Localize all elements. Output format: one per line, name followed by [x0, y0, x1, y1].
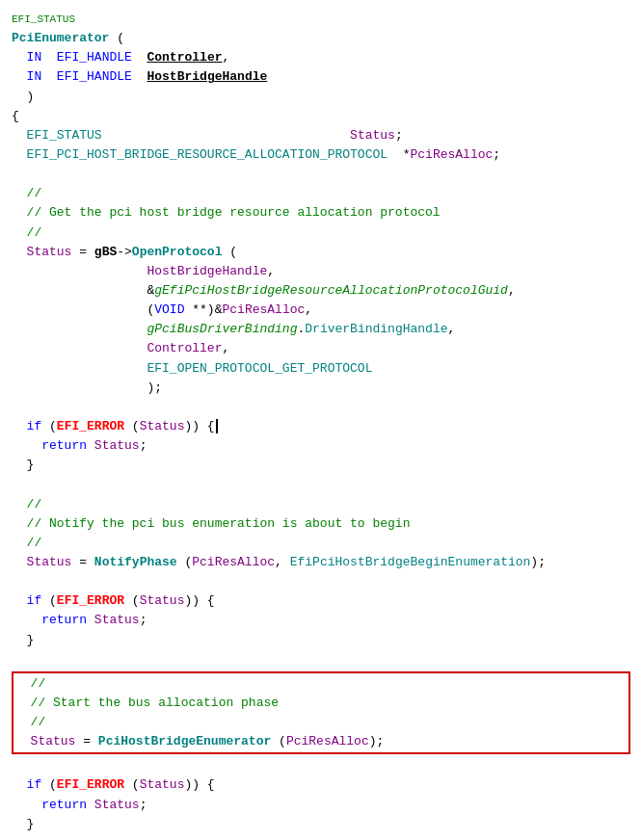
- line-empty-3: [12, 475, 630, 494]
- line-if-error-3: if (EFI_ERROR (Status)) {: [12, 775, 630, 795]
- line-param-controller: IN EFI_HANDLE Controller,: [12, 48, 630, 67]
- highlighted-block-bus-alloc: // // Start the bus allocation phase // …: [12, 671, 630, 755]
- line-comment-1b: // Get the pci host bridge resource allo…: [12, 203, 630, 223]
- line-hostbridgehandle-param: HostBridgeHandle,: [12, 262, 630, 281]
- line-empty-6: [12, 756, 630, 775]
- line-driverhandle-param: gPciBusDriverBinding.DriverBindingHandle…: [12, 320, 630, 339]
- line-h1-comment-b: // Start the bus allocation phase: [15, 694, 627, 713]
- line-empty-4: [12, 572, 630, 591]
- line-close-brace-3: }: [12, 815, 630, 834]
- line-param-hostbridge: IN EFI_HANDLE HostBridgeHandle: [12, 67, 630, 87]
- line-h1-comment-c: //: [15, 713, 627, 732]
- line-return-2: return Status;: [12, 611, 630, 630]
- keyword-efi-status-small: EFI_STATUS: [12, 13, 75, 25]
- line-comment-2a: //: [12, 495, 630, 514]
- line-close-paren: ): [12, 88, 630, 107]
- line-empty-7: [12, 834, 630, 840]
- line-open-protocol-const: EFI_OPEN_PROTOCOL_GET_PROTOCOL: [12, 359, 630, 379]
- code-block: EFI_STATUS PciEnumerator ( IN EFI_HANDLE…: [0, 0, 642, 840]
- line-comment-2c: //: [12, 534, 630, 553]
- line-var-status: EFI_STATUS Status;: [12, 126, 630, 145]
- line-void-param: (VOID **)&PciResAlloc,: [12, 301, 630, 320]
- line-controller-param: Controller,: [12, 339, 630, 358]
- line-h1-status: Status = PciHostBridgeEnumerator (PciRes…: [15, 732, 627, 751]
- line-comment-1c: //: [12, 223, 630, 243]
- line-notify-phase: Status = NotifyPhase (PciResAlloc, EfiPc…: [12, 553, 630, 572]
- line-if-error-2: if (EFI_ERROR (Status)) {: [12, 591, 630, 611]
- line-if-error-1: if (EFI_ERROR (Status)) {: [12, 417, 630, 436]
- line-return-1: return Status;: [12, 436, 630, 456]
- line-empty-5: [12, 650, 630, 669]
- function-name-text: PciEnumerator: [12, 31, 109, 45]
- line-function-name: PciEnumerator (: [12, 29, 630, 48]
- line-close-call: );: [12, 379, 630, 398]
- line-comment-1a: //: [12, 184, 630, 203]
- line-guid-param: &gEfiPciHostBridgeResourceAllocationProt…: [12, 281, 630, 301]
- line-efi-status-header: EFI_STATUS: [12, 10, 630, 29]
- line-comment-2b: // Notify the pci bus enumeration is abo…: [12, 514, 630, 534]
- line-return-3: return Status;: [12, 796, 630, 815]
- line-close-brace-2: }: [12, 631, 630, 650]
- line-empty-2: [12, 398, 630, 417]
- line-close-brace-1: }: [12, 456, 630, 475]
- line-status-gbs: Status = gBS->OpenProtocol (: [12, 243, 630, 262]
- line-var-pciresalloc: EFI_PCI_HOST_BRIDGE_RESOURCE_ALLOCATION_…: [12, 145, 630, 165]
- line-empty-1: [12, 165, 630, 184]
- line-open-brace: {: [12, 107, 630, 126]
- line-h1-comment-a: //: [15, 674, 627, 694]
